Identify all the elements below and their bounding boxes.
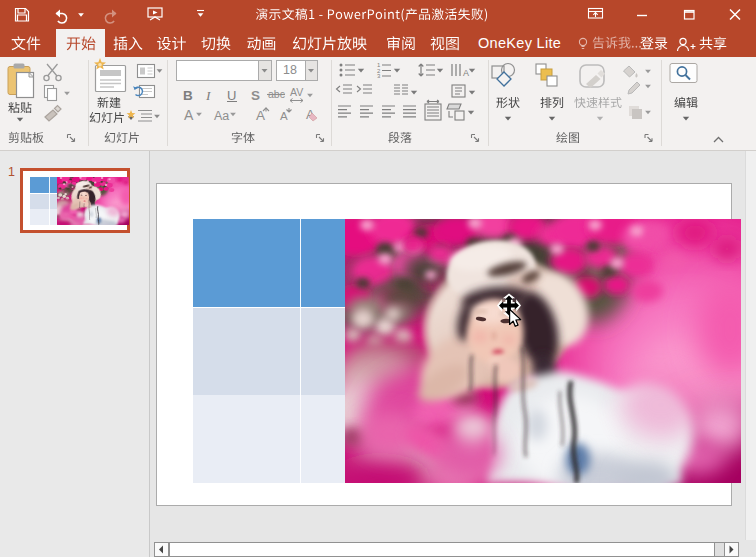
svg-text:B: B: [183, 88, 193, 103]
svg-text:S: S: [251, 88, 260, 103]
svg-text:AV: AV: [290, 86, 303, 98]
svg-text:U: U: [227, 88, 236, 103]
svg-text:A: A: [280, 110, 288, 122]
svg-text:I: I: [205, 88, 212, 103]
svg-text:A: A: [463, 68, 469, 78]
svg-text:1: 1: [8, 165, 15, 179]
svg-text:Aa: Aa: [214, 109, 229, 123]
svg-text:A: A: [184, 107, 194, 123]
svg-text:3: 3: [377, 73, 381, 79]
